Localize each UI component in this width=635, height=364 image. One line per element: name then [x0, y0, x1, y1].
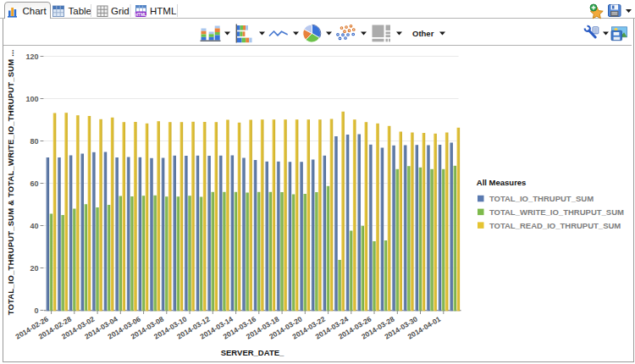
- svg-text:TOTAL_READ_IO_THRUPUT_SUM: TOTAL_READ_IO_THRUPUT_SUM: [489, 221, 621, 230]
- svg-text:40: 40: [30, 222, 38, 230]
- svg-text:HTML: HTML: [150, 6, 177, 16]
- svg-text:TOTAL_IO_THRUPUT_SUM: TOTAL_IO_THRUPUT_SUM: [489, 194, 594, 203]
- svg-text:TOTAL_WRITE_IO_THRUPUT_SUM: TOTAL_WRITE_IO_THRUPUT_SUM: [489, 207, 624, 217]
- svg-text:Grid: Grid: [111, 6, 130, 16]
- svg-text:0: 0: [34, 306, 38, 315]
- svg-text:HTML: HTML: [135, 12, 146, 17]
- svg-text:Table: Table: [69, 6, 92, 16]
- svg-text:All Measures: All Measures: [477, 178, 527, 187]
- svg-text:SERVER_DATE_: SERVER_DATE_: [221, 348, 284, 357]
- svg-text:120: 120: [25, 52, 38, 61]
- svg-text:80: 80: [30, 137, 38, 146]
- svg-text:100: 100: [25, 95, 38, 103]
- svg-text:Other: Other: [412, 29, 434, 38]
- svg-text:20: 20: [30, 264, 38, 273]
- svg-text:60: 60: [30, 179, 38, 188]
- svg-text:Chart: Chart: [23, 6, 47, 16]
- svg-text:TOTAL_IO_THRUPUT_SUM & TOTAL_W: TOTAL_IO_THRUPUT_SUM & TOTAL_WRITE_IO_TH…: [7, 49, 16, 315]
